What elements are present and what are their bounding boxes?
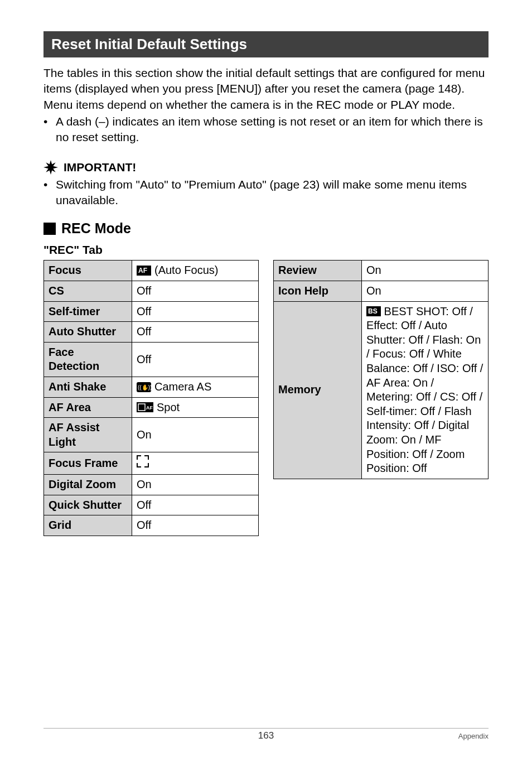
svg-text:BS: BS xyxy=(368,307,378,315)
table-row: Face DetectionOff xyxy=(44,342,259,377)
row-value: AF Spot xyxy=(132,397,259,418)
row-value: Off xyxy=(132,301,259,322)
row-value: On xyxy=(362,281,489,302)
table-row: Anti Shake ((✋)) Camera AS xyxy=(44,377,259,397)
burst-icon xyxy=(43,160,58,175)
table-row: Focus Frame xyxy=(44,452,259,475)
table-row: CSOff xyxy=(44,281,259,302)
row-value-text: (Auto Focus) xyxy=(154,263,218,278)
svg-text:AF: AF xyxy=(146,405,153,411)
square-bullet-icon xyxy=(43,223,56,235)
svg-marker-0 xyxy=(43,160,58,175)
table-row: GridOff xyxy=(44,515,259,536)
bs-icon: BS xyxy=(366,306,381,316)
row-label: Digital Zoom xyxy=(44,474,132,495)
table-row: Focus AF (Auto Focus) xyxy=(44,261,259,281)
row-label: AF Assist Light xyxy=(44,418,132,452)
row-label: Face Detection xyxy=(44,342,132,377)
table-row: Memory BS BEST SHOT: Off / Effect: Off /… xyxy=(274,301,489,479)
row-value: On xyxy=(362,261,489,281)
row-label: Self-timer xyxy=(44,301,132,322)
page-number: 163 xyxy=(258,730,274,741)
row-label: Auto Shutter xyxy=(44,322,132,343)
row-label: Anti Shake xyxy=(44,377,132,397)
row-label: Focus xyxy=(44,261,132,281)
row-value: Off xyxy=(132,322,259,343)
af-icon: AF xyxy=(137,266,151,276)
row-value: Off xyxy=(132,281,259,302)
subhead-text: REC Mode xyxy=(61,220,131,237)
tab-heading: "REC" Tab xyxy=(43,243,489,257)
table-row: AF Assist LightOn xyxy=(44,418,259,452)
table-row: Icon Help On xyxy=(274,281,489,302)
important-heading: IMPORTANT! xyxy=(43,160,489,175)
left-table: Focus AF (Auto Focus) CSOff Self-timerOf… xyxy=(43,260,259,536)
row-value: Off xyxy=(132,515,259,536)
row-label: Memory xyxy=(274,301,362,479)
row-label: Icon Help xyxy=(274,281,362,302)
row-label: AF Area xyxy=(44,397,132,418)
svg-text:((✋)): ((✋)) xyxy=(138,384,151,391)
footer-section: Appendix xyxy=(458,732,489,740)
important-bullet-row: • Switching from "Auto" to "Premium Auto… xyxy=(43,177,489,209)
camera-as-icon: ((✋)) xyxy=(137,382,151,392)
row-value: BS BEST SHOT: Off / Effect: Off / Auto S… xyxy=(362,301,489,479)
bullet-dot: • xyxy=(43,177,56,209)
row-label: Grid xyxy=(44,515,132,536)
row-value: AF (Auto Focus) xyxy=(132,261,259,281)
table-row: AF Area AF Spot xyxy=(44,397,259,418)
row-value: On xyxy=(132,474,259,495)
right-table: Review On Icon Help On Memory BS BEST SH xyxy=(273,260,489,479)
row-value: Off xyxy=(132,495,259,515)
row-value: Off xyxy=(132,342,259,377)
row-label: Focus Frame xyxy=(44,452,132,475)
spot-icon: AF xyxy=(137,402,153,412)
intro-bullet-row: • A dash (–) indicates an item whose set… xyxy=(43,114,489,146)
page-footer: 163 Appendix xyxy=(43,728,489,740)
memory-icon-text: BEST SHOT: xyxy=(384,305,449,317)
section-title-bar: Reset Initial Default Settings xyxy=(43,31,489,57)
row-value-text: Spot xyxy=(157,401,180,415)
intro-bullet-text: A dash (–) indicates an item whose setti… xyxy=(56,114,489,146)
table-row: Auto ShutterOff xyxy=(44,322,259,343)
table-row: Review On xyxy=(274,261,489,281)
important-bullet-text: Switching from "Auto" to "Premium Auto" … xyxy=(56,177,489,209)
row-label: Quick Shutter xyxy=(44,495,132,515)
corners-icon xyxy=(137,455,149,467)
table-row: Self-timerOff xyxy=(44,301,259,322)
subhead-row: REC Mode xyxy=(43,220,489,237)
svg-text:AF: AF xyxy=(138,267,147,274)
table-row: Digital ZoomOn xyxy=(44,474,259,495)
intro-paragraph: The tables in this section show the init… xyxy=(43,65,489,113)
memory-rest-text: Off / Effect: Off / Auto Shutter: Off / … xyxy=(366,305,483,475)
bullet-dot: • xyxy=(43,114,56,146)
important-label: IMPORTANT! xyxy=(64,161,136,174)
row-value-text: Camera AS xyxy=(154,380,211,394)
row-label: Review xyxy=(274,261,362,281)
row-label: CS xyxy=(44,281,132,302)
table-row: Quick ShutterOff xyxy=(44,495,259,515)
row-value xyxy=(132,452,259,475)
row-value: On xyxy=(132,418,259,452)
row-value: ((✋)) Camera AS xyxy=(132,377,259,397)
